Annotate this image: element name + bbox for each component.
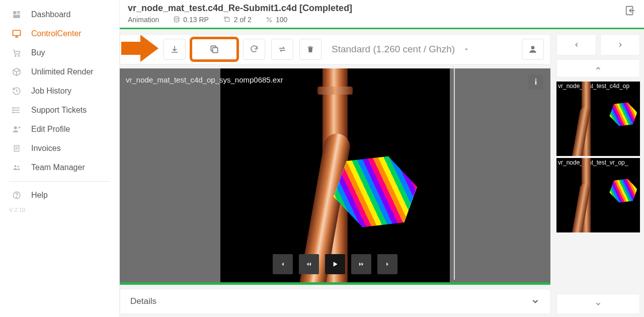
thumbnail-panel: vr_node_mat_test_c4d_op vr_node_mat_test… xyxy=(556,34,640,314)
sidebar-item-label: ControlCenter xyxy=(31,29,82,38)
play-button[interactable] xyxy=(325,254,345,274)
history-icon xyxy=(11,87,22,96)
svg-point-13 xyxy=(13,110,14,111)
copy-button[interactable] xyxy=(192,39,237,60)
frame-filename: vr_node_mat_test_c4d_op_sys_nomp0685.exr xyxy=(126,75,283,84)
svg-rect-26 xyxy=(225,18,229,22)
price-tier-dropdown[interactable]: Standard (1.260 cent / Ghzh) xyxy=(328,44,474,55)
rewind-button[interactable] xyxy=(299,254,319,274)
details-label: Details xyxy=(130,296,156,306)
svg-point-15 xyxy=(14,126,17,129)
cart-icon xyxy=(11,48,22,57)
svg-point-21 xyxy=(18,166,19,167)
playback-controls xyxy=(273,254,397,274)
team-icon xyxy=(11,164,22,172)
sidebar-item-label: Help xyxy=(31,191,48,200)
database-icon xyxy=(173,16,180,23)
svg-line-27 xyxy=(267,18,271,22)
layers-icon xyxy=(223,16,231,23)
sidebar-item-label: Team Manager xyxy=(31,163,85,172)
sidebar-item-history[interactable]: Job History xyxy=(0,82,119,101)
prev-page-button[interactable] xyxy=(556,34,596,55)
job-type: Animation xyxy=(128,16,159,24)
svg-rect-30 xyxy=(213,48,218,53)
next-frame-button[interactable] xyxy=(377,254,397,274)
job-rp: 0.13 RP xyxy=(173,16,209,24)
version-label: V 2.10 xyxy=(0,205,119,215)
thumbnail-label: vr_node_mat_test_c4d_op xyxy=(558,83,640,90)
tickets-icon xyxy=(11,106,22,115)
svg-rect-4 xyxy=(13,30,21,36)
svg-point-23 xyxy=(16,197,17,197)
prev-frame-button[interactable] xyxy=(273,254,293,274)
sidebar-item-label: Buy xyxy=(31,48,45,57)
collapse-down-button[interactable] xyxy=(556,294,640,314)
job-title: vr_node_mat_test.c4d_Re-Submit1.c4d [Com… xyxy=(128,3,352,14)
thumbnail-item[interactable]: vr_node_mat_test_vr_op_ xyxy=(556,158,640,232)
profile-icon xyxy=(11,125,22,134)
svg-point-7 xyxy=(15,55,16,56)
svg-point-29 xyxy=(270,20,271,22)
details-panel-toggle[interactable]: Details xyxy=(120,289,550,314)
sidebar-separator xyxy=(9,181,110,182)
sidebar-item-profile[interactable]: Edit Profile xyxy=(0,120,119,139)
sidebar-item-label: Invoices xyxy=(31,144,61,153)
svg-point-28 xyxy=(267,18,269,19)
svg-point-31 xyxy=(531,46,535,49)
render-frame xyxy=(220,68,450,282)
svg-rect-2 xyxy=(17,14,20,15)
sidebar-item-label: Support Tickets xyxy=(31,106,87,115)
monitor-icon xyxy=(11,29,22,38)
job-percent: 100 xyxy=(266,16,287,24)
dashboard-icon xyxy=(11,10,22,19)
next-page-button[interactable] xyxy=(600,34,640,55)
cube-icon xyxy=(11,67,22,76)
sidebar-item-help[interactable]: Help xyxy=(0,186,119,205)
info-button[interactable]: i xyxy=(528,74,543,90)
thumbnail-item[interactable]: vr_node_mat_test_c4d_op xyxy=(556,82,640,156)
sidebar-item-team[interactable]: Team Manager xyxy=(0,158,119,177)
percent-icon xyxy=(266,16,273,23)
sidebar-item-label: Unlimited Render xyxy=(31,67,94,76)
annotation-arrow xyxy=(119,35,159,62)
svg-rect-0 xyxy=(13,11,16,14)
download-button[interactable] xyxy=(164,39,186,60)
svg-point-8 xyxy=(18,55,19,56)
sidebar-item-controlcenter[interactable]: ControlCenter xyxy=(0,24,119,43)
sidebar: Dashboard ControlCenter Buy Unlimited Re… xyxy=(0,0,120,317)
header-bar: vr_node_mat_test.c4d_Re-Submit1.c4d [Com… xyxy=(120,0,644,29)
viewer-toolbar: Standard (1.260 cent / Ghzh) xyxy=(120,34,550,64)
sidebar-item-label: Edit Profile xyxy=(31,125,70,134)
job-frames: 2 of 2 xyxy=(223,16,252,24)
svg-point-14 xyxy=(13,112,14,113)
help-icon xyxy=(11,191,22,200)
sidebar-item-label: Dashboard xyxy=(31,10,70,19)
sidebar-item-unlimited[interactable]: Unlimited Render xyxy=(0,62,119,82)
thumbnail-label: vr_node_mat_test_vr_op_ xyxy=(558,159,640,166)
swap-button[interactable] xyxy=(271,39,293,60)
forward-button[interactable] xyxy=(351,254,371,274)
invoice-icon xyxy=(11,144,22,153)
sidebar-item-tickets[interactable]: Support Tickets xyxy=(0,101,119,120)
svg-point-20 xyxy=(14,165,16,167)
user-button[interactable] xyxy=(522,39,544,60)
svg-rect-1 xyxy=(17,11,20,13)
sidebar-item-invoices[interactable]: Invoices xyxy=(0,139,119,158)
render-viewer: vr_node_mat_test_c4d_op_sys_nomp0685.exr… xyxy=(120,68,550,285)
sidebar-item-buy[interactable]: Buy xyxy=(0,43,119,62)
sidebar-item-label: Job History xyxy=(31,87,71,96)
svg-rect-3 xyxy=(13,15,20,18)
collapse-up-button[interactable] xyxy=(556,59,640,77)
chevron-down-icon xyxy=(463,46,470,53)
refresh-button[interactable] xyxy=(243,39,265,60)
svg-point-25 xyxy=(175,17,179,19)
svg-point-12 xyxy=(13,108,14,109)
logout-button[interactable] xyxy=(623,4,638,17)
delete-button[interactable] xyxy=(299,39,321,60)
chevron-down-icon xyxy=(531,297,540,306)
sidebar-item-dashboard[interactable]: Dashboard xyxy=(0,5,119,24)
